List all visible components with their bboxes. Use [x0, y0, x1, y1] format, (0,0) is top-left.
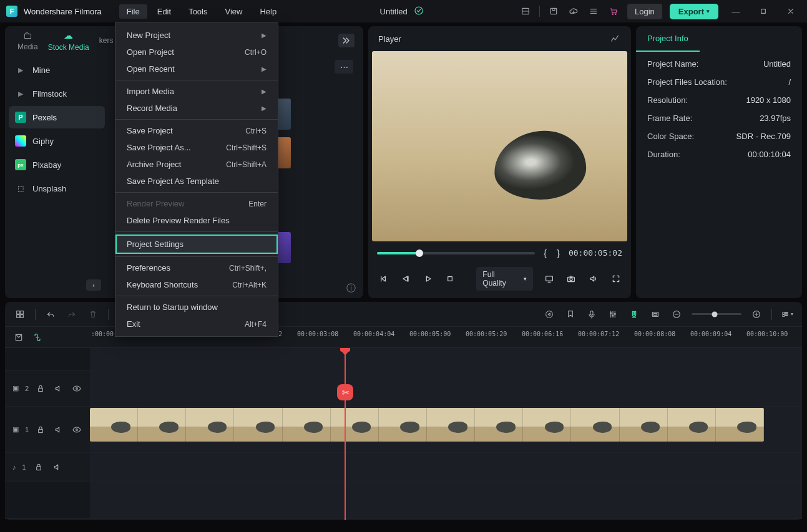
track-body[interactable] [90, 453, 802, 481]
window-close[interactable] [781, 5, 801, 17]
timeline-view-button[interactable]: ▾ [781, 308, 793, 321]
menu-save-project[interactable]: Save ProjectCtrl+S [115, 122, 278, 139]
zoom-in-button[interactable] [750, 308, 763, 321]
playhead[interactable] [345, 348, 346, 520]
mixer-button[interactable] [607, 308, 619, 321]
link-icon[interactable] [31, 331, 44, 344]
play-button[interactable] [422, 274, 434, 284]
tab-project-info[interactable]: Project Info [636, 26, 700, 52]
menu-delete-render-files[interactable]: Delete Preview Render Files [115, 212, 278, 229]
prev-frame-button[interactable] [377, 274, 389, 284]
lock-icon[interactable] [35, 423, 47, 436]
magnetic-button[interactable] [628, 308, 640, 321]
timeline-tracks: ✄ ▣ 2 ▣ 1 ▶un [5, 348, 802, 520]
grid-icon[interactable] [14, 308, 26, 321]
menu-view[interactable]: View [217, 4, 250, 19]
cart-icon[interactable] [607, 5, 620, 17]
video-track-icon: ▣ [12, 425, 19, 433]
timeline-spacer [5, 348, 802, 370]
mute-icon[interactable] [51, 461, 64, 473]
sidebar-item-filmstock[interactable]: ▶Filmstock [9, 82, 105, 105]
menu-open-project[interactable]: Open ProjectCtrl+O [115, 44, 278, 60]
menu-edit[interactable]: Edit [150, 4, 179, 19]
sidebar-collapse-button[interactable]: ‹ [86, 279, 101, 291]
window-minimize[interactable]: — [726, 5, 746, 17]
delete-button[interactable] [87, 308, 99, 321]
track-add-icon[interactable] [12, 331, 25, 344]
track-number: 1 [25, 426, 29, 433]
export-button[interactable]: Export▾ [670, 4, 718, 19]
display-icon[interactable] [543, 274, 555, 284]
menu-new-project[interactable]: New Project▶ [115, 27, 278, 44]
sidebar-item-giphy[interactable]: Giphy [9, 130, 105, 152]
svg-rect-12 [17, 314, 20, 317]
sidebar-item-unsplash[interactable]: ⬚Unsplash [9, 177, 105, 200]
tab-label: Stock Media [48, 43, 89, 52]
menu-help[interactable]: Help [252, 4, 284, 19]
collapse-tabs-button[interactable] [338, 34, 355, 47]
track-body[interactable] [90, 370, 802, 406]
zoom-slider[interactable] [692, 313, 741, 315]
cut-indicator-icon[interactable]: ✄ [337, 384, 353, 400]
menu-save-template[interactable]: Save Project As Template [115, 173, 278, 190]
mute-icon[interactable] [53, 423, 65, 436]
track-body[interactable]: ▶unnamed [90, 407, 802, 452]
sidebar-item-pixabay[interactable]: pxPixabay [9, 153, 105, 176]
ruler-tick: 00:00:04:04 [353, 331, 394, 337]
window-maximize[interactable] [753, 5, 773, 17]
menu-project-settings[interactable]: Project Settings [115, 235, 278, 254]
mute-icon[interactable] [53, 382, 65, 395]
menu-import-media[interactable]: Import Media▶ [115, 83, 278, 100]
undo-button[interactable] [44, 308, 57, 321]
mark-out-button[interactable]: } [557, 248, 560, 258]
video-clip[interactable]: ▶unnamed [90, 408, 764, 442]
menu-keyboard-shortcuts[interactable]: Keyboard ShortcutsCtrl+Alt+K [115, 276, 278, 293]
play-back-button[interactable] [399, 274, 412, 284]
sidebar-item-mine[interactable]: ▶Mine [9, 59, 105, 81]
safe-zone-button[interactable] [649, 308, 662, 321]
save-icon[interactable] [547, 5, 560, 17]
title-center: Untitled [286, 6, 517, 17]
chart-icon[interactable] [609, 32, 621, 45]
sidebar-item-pexels[interactable]: PPexels [9, 106, 105, 128]
menu-lines-icon[interactable] [587, 5, 600, 17]
stop-button[interactable] [444, 274, 456, 284]
fullscreen-icon[interactable] [610, 274, 622, 284]
snapshot-icon[interactable] [565, 274, 578, 284]
seek-bar[interactable] [377, 252, 535, 254]
mark-in-button[interactable]: { [544, 248, 547, 258]
player-video[interactable] [372, 51, 627, 241]
menu-record-media[interactable]: Record Media▶ [115, 100, 278, 117]
tab-stock-media[interactable]: ☁Stock Media [44, 27, 93, 54]
eye-icon[interactable] [71, 423, 82, 436]
ruler-tick: 00:00:08:08 [634, 331, 675, 337]
volume-icon[interactable] [587, 274, 600, 284]
tab-media[interactable]: 🗀Media [14, 27, 42, 54]
layout-icon[interactable] [519, 5, 532, 17]
redo-button[interactable] [66, 308, 78, 321]
login-button[interactable]: Login [627, 4, 662, 19]
lock-icon[interactable] [32, 461, 45, 473]
menu-exit[interactable]: ExitAlt+F4 [115, 316, 278, 332]
menu-return-startup[interactable]: Return to Startup window [115, 299, 278, 316]
menu-open-recent[interactable]: Open Recent▶ [115, 60, 278, 77]
divider [108, 309, 109, 320]
sidebar-item-label: Pexels [32, 113, 57, 122]
menu-separator [115, 231, 278, 232]
lock-icon[interactable] [35, 382, 47, 395]
cloud-icon[interactable] [567, 5, 580, 17]
marker-button[interactable] [564, 308, 577, 321]
menu-save-project-as[interactable]: Save Project As...Ctrl+Shift+S [115, 139, 278, 156]
eye-icon[interactable] [71, 382, 82, 395]
menu-tools[interactable]: Tools [181, 4, 215, 19]
quality-selector[interactable]: Full Quality▾ [476, 267, 532, 291]
menu-preferences[interactable]: PreferencesCtrl+Shift+, [115, 259, 278, 276]
menu-archive-project[interactable]: Archive ProjectCtrl+Shift+A [115, 156, 278, 173]
auto-button[interactable] [543, 308, 555, 321]
more-options-button[interactable]: ⋯ [335, 60, 353, 74]
menu-file[interactable]: File [119, 4, 147, 19]
info-icon[interactable]: ⓘ [346, 283, 356, 294]
zoom-out-button[interactable] [670, 308, 683, 321]
mic-button[interactable] [585, 308, 598, 321]
playhead-handle[interactable] [340, 348, 350, 352]
